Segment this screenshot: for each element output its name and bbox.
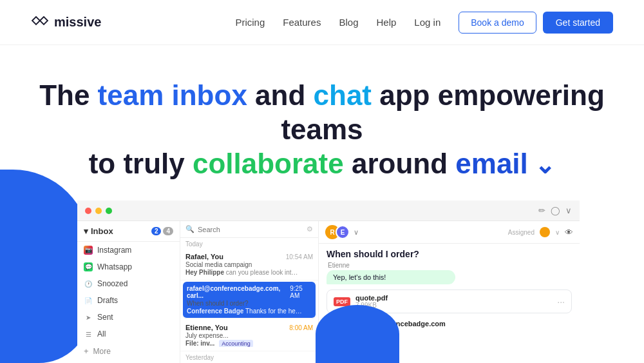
- sidebar-item-snoozed[interactable]: 🕐 Snoozed: [77, 275, 180, 292]
- sidebar: ▾ Inbox 2 4 📷 Instagram 💬 Whatsapp 🕐: [77, 221, 180, 363]
- accounting-tag: Accounting: [219, 340, 253, 347]
- sidebar-sent-label: Sent: [97, 313, 113, 322]
- msg-sender: Etienne, You: [185, 324, 228, 331]
- msg-preview-rest: Thanks for the help gu...: [243, 308, 303, 315]
- chevron-down-icon[interactable]: ∨: [565, 206, 572, 215]
- hero-section: The team inbox and chat app empowering t…: [0, 45, 644, 200]
- attachment-name: quote.pdf: [355, 294, 552, 302]
- date-label-today: Today: [180, 238, 318, 249]
- message-item[interactable]: Rafael, You 10:54 AM Social media campai…: [180, 249, 318, 280]
- sent-icon: ➤: [84, 313, 93, 322]
- drafts-icon: 📄: [84, 296, 93, 305]
- msg-time: 10:54 AM: [286, 253, 313, 260]
- msg-preview-bold: Conference Badge: [187, 308, 243, 315]
- nav-pricing[interactable]: Pricing: [235, 17, 265, 28]
- msg-preview-bold: Hey Philippe: [185, 269, 224, 276]
- logo-icon: [31, 15, 49, 30]
- nav-links: Pricing Features Blog Help Log in: [235, 17, 440, 28]
- search-bar: 🔍 ⚙: [180, 221, 318, 238]
- search-icon: 🔍: [185, 225, 194, 233]
- snoozed-icon: 🕐: [84, 279, 93, 288]
- msg-preview-rest: can you please look into this?: [224, 269, 301, 276]
- assigned-avatar: [540, 227, 550, 237]
- sidebar-item-instagram[interactable]: 📷 Instagram: [77, 242, 180, 259]
- msg-subject: July expense...: [185, 332, 313, 339]
- attachment-menu-icon[interactable]: ···: [557, 297, 565, 307]
- attachment-size: 7.99KB: [355, 302, 552, 309]
- sidebar-instagram-label: Instagram: [97, 246, 131, 255]
- hero-team-inbox: team inbox: [98, 79, 247, 111]
- conv-message-etienne: Etienne Yep, let's do this!: [327, 262, 572, 284]
- window-minimize-button[interactable]: [95, 208, 102, 214]
- hero-chat: chat: [314, 79, 372, 111]
- msg-subject: When should I order?: [187, 300, 312, 307]
- msg-preview: File: inv... Accounting: [185, 340, 301, 347]
- msg-preview-bold: File: inv...: [185, 340, 214, 347]
- sidebar-item-more[interactable]: + More: [77, 342, 180, 360]
- msg-time: 9:25 AM: [290, 285, 312, 299]
- filter-icon[interactable]: ⚙: [307, 225, 313, 233]
- window-titlebar: ✏ ◯ ∨: [77, 201, 580, 221]
- nav-blog[interactable]: Blog: [339, 17, 358, 28]
- edit-icon[interactable]: ✏: [538, 206, 545, 215]
- comment-icon[interactable]: ◯: [551, 206, 560, 215]
- msg-sender: rafael@conferencebadge.com, carl...: [187, 285, 290, 299]
- hero-around: around: [344, 148, 456, 179]
- hero-collaborate: collaborate: [193, 148, 344, 179]
- all-icon: ☰: [84, 329, 93, 338]
- sidebar-item-all[interactable]: ☰ All: [77, 326, 180, 342]
- msg-subject: Social media campaign: [185, 261, 313, 268]
- book-demo-button[interactable]: Book a demo: [459, 12, 536, 34]
- inbox-badge-blue: 2: [151, 227, 162, 235]
- sidebar-inbox-header: ▾ Inbox 2 4: [77, 221, 180, 242]
- sidebar-item-drafts[interactable]: 📄 Drafts: [77, 292, 180, 309]
- window-maximize-button[interactable]: [106, 208, 112, 214]
- msg-time: 8:00 AM: [289, 324, 313, 331]
- decorative-arrow-blob: [316, 305, 399, 363]
- sidebar-all-label: All: [97, 329, 106, 338]
- nav-help[interactable]: Help: [377, 17, 397, 28]
- sidebar-item-sent[interactable]: ➤ Sent: [77, 309, 180, 326]
- search-input[interactable]: [198, 226, 303, 233]
- sidebar-item-whatsapp[interactable]: 💬 Whatsapp: [77, 259, 180, 275]
- attachment-info: quote.pdf 7.99KB: [355, 294, 552, 309]
- sidebar-snoozed-label: Snoozed: [97, 279, 128, 288]
- hero-and: and: [247, 79, 314, 111]
- message-list: 🔍 ⚙ Today Rafael, You 10:54 AM Social me…: [180, 221, 319, 363]
- eyes-icon[interactable]: 👁: [565, 228, 573, 237]
- window-bar-actions: ✏ ◯ ∨: [538, 206, 572, 215]
- conv-title: When should I order?: [319, 244, 580, 262]
- conv-msg-name: Etienne: [327, 262, 572, 269]
- hero-text-the: The: [39, 79, 97, 111]
- sidebar-whatsapp-label: Whatsapp: [97, 262, 132, 271]
- hero-text-truly: to truly: [89, 148, 193, 179]
- inbox-expand-icon[interactable]: ▾: [84, 226, 88, 236]
- chat-bubble: Yep, let's do this!: [327, 270, 455, 284]
- get-started-button[interactable]: Get started: [543, 12, 613, 34]
- whatsapp-icon: 💬: [84, 262, 93, 271]
- msg-preview: Hey Philippe can you please look into th…: [185, 269, 301, 276]
- window-close-button[interactable]: [85, 208, 91, 214]
- plus-icon: +: [84, 346, 89, 356]
- msg-preview: Conference Badge Thanks for the help gu.…: [187, 308, 303, 315]
- nav-features[interactable]: Features: [283, 17, 321, 28]
- assigned-chevron-icon[interactable]: ∨: [555, 229, 560, 236]
- chevron-down-icon[interactable]: ⌄: [528, 152, 556, 179]
- instagram-icon: 📷: [84, 246, 93, 255]
- msg-sender: Rafael, You: [185, 253, 223, 260]
- assigned-label: Assigned: [508, 229, 535, 236]
- conv-name-chevron[interactable]: ∨: [354, 228, 359, 237]
- sidebar-drafts-label: Drafts: [97, 296, 118, 305]
- date-label-yesterday: Yesterday: [180, 351, 318, 362]
- conv-header: R E ∨ Assigned ∨ 👁: [319, 221, 580, 244]
- sidebar-inbox-label[interactable]: Inbox: [91, 226, 151, 236]
- message-item[interactable]: Etienne, You 8:00 AM July expense... Fil…: [180, 320, 318, 351]
- hero-heading: The team inbox and chat app empowering t…: [26, 79, 618, 181]
- pdf-icon: PDF: [334, 297, 350, 306]
- conv-avatars: R E: [325, 225, 350, 239]
- nav-login[interactable]: Log in: [414, 17, 440, 28]
- logo[interactable]: missive: [31, 15, 101, 30]
- message-item[interactable]: rafael@conferencebadge.com, carl... 9:25…: [183, 282, 316, 319]
- inbox-badges: 2 4: [151, 227, 173, 235]
- inbox-badge-gray: 4: [163, 227, 173, 235]
